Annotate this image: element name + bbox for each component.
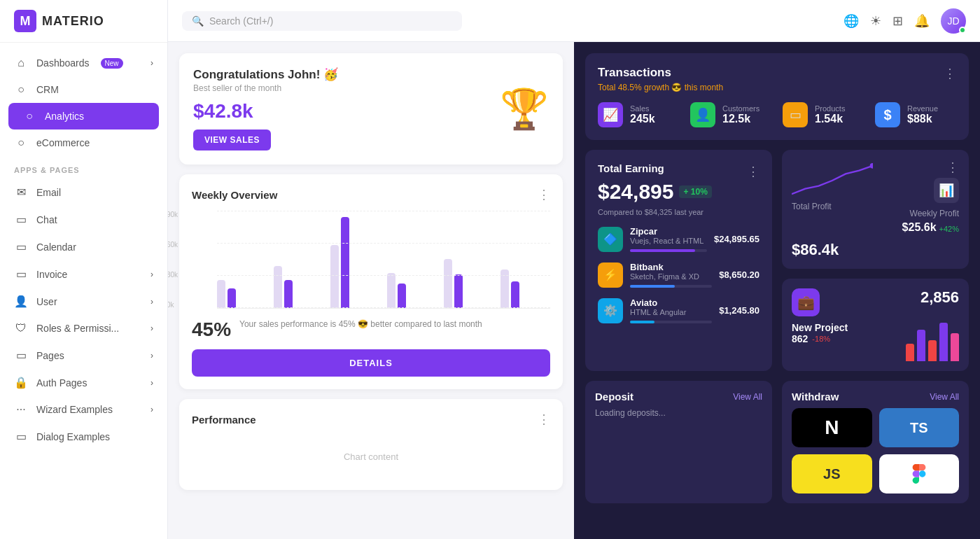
sidebar-item-email[interactable]: ✉ Email	[0, 178, 167, 206]
aviato-name: Aviato	[630, 298, 712, 308]
sidebar-item-dialog[interactable]: ▭ Dialog Examples	[0, 423, 167, 450]
search-icon: 🔍	[192, 15, 204, 27]
sidebar-item-ecommerce[interactable]: ○ eCommerce	[0, 130, 167, 156]
details-button[interactable]: DETAILS	[192, 349, 550, 377]
search-box[interactable]: 🔍 Search (Ctrl+/)	[182, 11, 462, 31]
revenue-label: Revenue	[907, 104, 938, 113]
earning-menu-icon[interactable]: ⋮	[747, 164, 760, 179]
weekly-profit-change: +42%	[939, 225, 959, 233]
y-label-0k: 0k	[168, 301, 178, 309]
view-sales-button[interactable]: VIEW SALES	[193, 130, 271, 150]
revenue-value: $88k	[907, 113, 938, 125]
zipcar-amount: $24,895.65	[714, 234, 760, 244]
bar-light	[500, 270, 509, 308]
tech-logo-javascript: JS	[792, 454, 872, 493]
sidebar-item-label: Dialog Examples	[36, 431, 110, 442]
sidebar-item-wizard[interactable]: ··· Wizard Examples ›	[0, 396, 167, 423]
sidebar-item-pages[interactable]: ▭ Pages ›	[0, 342, 167, 369]
sidebar-item-label: Calendar	[36, 241, 76, 253]
bitbank-icon: ⚡	[598, 262, 623, 288]
bar-group-3	[330, 217, 380, 308]
aviato-progress-bg	[630, 321, 712, 323]
deposit-header: Deposit View All	[595, 391, 762, 402]
bar-purple	[511, 281, 519, 308]
new-project-sub: 862 -18%	[792, 333, 873, 344]
earning-comparison: Compared to $84,325 last year	[598, 208, 760, 216]
metric-revenue: $ Revenue $88k	[875, 102, 956, 127]
sidebar-logo: M MATERIO	[0, 0, 167, 43]
aviato-info: Aviato HTML & Angular	[630, 298, 712, 323]
sidebar-item-invoice[interactable]: ▭ Invoice ›	[0, 260, 167, 288]
earning-amount: $24,895 + 10%	[598, 180, 760, 204]
sidebar-item-auth[interactable]: 🔒 Auth Pages ›	[0, 369, 167, 396]
weekly-header: Weekly Overview ⋮	[192, 187, 550, 202]
calendar-icon: ▭	[14, 240, 28, 253]
congrats-title: Congratulations John! 🥳	[193, 67, 338, 82]
sidebar-item-chat[interactable]: ▭ Chat	[0, 206, 167, 233]
bar-group-2	[274, 266, 323, 308]
bar-light	[274, 266, 282, 308]
sidebar-item-label: Invoice	[36, 269, 67, 280]
metric-products: ▭ Products 1.54k	[783, 102, 864, 127]
sales-label: Sales	[630, 104, 655, 113]
transactions-menu-icon[interactable]: ⋮	[944, 66, 956, 81]
earning-growth: + 10%	[679, 186, 711, 198]
content-right: Transactions Total 48.5% growth 😎 this m…	[574, 42, 980, 539]
zipcar-icon: 🔷	[598, 227, 623, 252]
congrats-amount: $42.8k	[193, 100, 338, 122]
bar-purple	[398, 284, 406, 308]
mini-bar-4	[939, 323, 948, 361]
weekly-menu-icon[interactable]: ⋮	[538, 187, 550, 202]
products-icon: ▭	[783, 102, 808, 127]
profit-chart	[792, 160, 873, 202]
total-profit-card: Total Profit ⋮ 📊 Weekly Profit $25.6k	[782, 150, 969, 269]
performance-menu-icon[interactable]: ⋮	[538, 412, 550, 427]
congrats-subtitle: Best seller of the month	[193, 83, 338, 93]
weekly-title: Weekly Overview	[192, 189, 277, 201]
total-earning-card: Total Earning ⋮ $24,895 + 10% Compared t…	[585, 150, 772, 371]
tech-logo-typescript: TS	[879, 408, 960, 447]
notification-icon[interactable]: 🔔	[914, 13, 930, 29]
wizard-icon: ···	[14, 403, 28, 416]
earning-item-bitbank: ⚡ Bitbank Sketch, Figma & XD $8,650.20	[598, 262, 760, 288]
translate-icon[interactable]: 🌐	[844, 13, 859, 29]
weekly-description: Your sales performance is 45% 😎 better c…	[239, 318, 482, 330]
content: Congratulations John! 🥳 Best seller of t…	[168, 42, 980, 539]
bitbank-progress-bg	[630, 285, 712, 288]
chevron-icon: ›	[150, 270, 153, 279]
avatar-wrap[interactable]: JD	[941, 8, 966, 34]
topbar-right: 🌐 ☀ ⊞ 🔔 JD	[844, 8, 966, 34]
sidebar-item-analytics[interactable]: ○ Analytics	[8, 103, 159, 130]
performance-header: Performance ⋮	[192, 412, 550, 427]
new-project-big-value: 2,856	[920, 288, 959, 307]
main-area: 🔍 Search (Ctrl+/) 🌐 ☀ ⊞ 🔔 JD Congratulat…	[168, 0, 980, 539]
zipcar-name: Zipcar	[630, 226, 707, 237]
profit-menu-icon[interactable]: ⋮	[946, 160, 959, 175]
deposit-view-all[interactable]: View All	[733, 392, 762, 402]
weekly-profit-label: Weekly Profit	[910, 209, 959, 218]
lock-icon: 🔒	[14, 376, 28, 389]
sidebar-item-dashboards[interactable]: ⌂ Dashboards New ›	[0, 50, 167, 76]
sidebar-item-label: Dashboards	[36, 57, 90, 69]
sidebar-item-label: Roles & Permissi...	[36, 323, 119, 334]
performance-title: Performance	[192, 414, 256, 426]
aviato-progress-bar	[630, 321, 654, 323]
sidebar-item-crm[interactable]: ○ CRM	[0, 76, 167, 103]
aviato-icon: ⚙️	[598, 298, 623, 323]
sidebar-item-calendar[interactable]: ▭ Calendar	[0, 233, 167, 260]
grid-icon[interactable]: ⊞	[892, 13, 903, 29]
products-label: Products	[815, 104, 845, 113]
topbar: 🔍 Search (Ctrl+/) 🌐 ☀ ⊞ 🔔 JD	[168, 0, 980, 42]
sidebar-item-user[interactable]: 👤 User ›	[0, 288, 167, 315]
new-project-card: 💼 New Project 862 -18% 2,856	[782, 279, 969, 371]
transactions-card: Transactions Total 48.5% growth 😎 this m…	[585, 53, 969, 140]
congrats-info: Congratulations John! 🥳 Best seller of t…	[193, 67, 338, 150]
tech-logo-figma	[879, 454, 960, 493]
chevron-icon: ›	[150, 351, 153, 360]
withdraw-view-all[interactable]: View All	[930, 392, 959, 402]
sidebar-item-roles[interactable]: 🛡 Roles & Permissi... ›	[0, 315, 167, 342]
bar-purple	[227, 288, 236, 308]
pages-icon: ▭	[14, 349, 28, 362]
theme-icon[interactable]: ☀	[870, 13, 881, 29]
apps-pages-label: APPS & PAGES	[0, 156, 167, 178]
